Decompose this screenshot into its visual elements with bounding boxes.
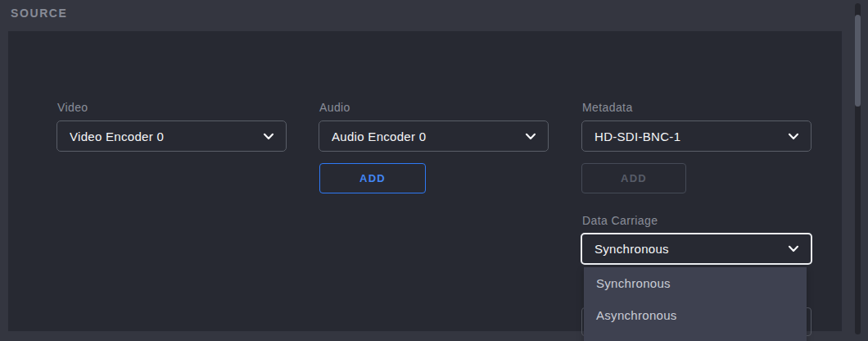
data-carriage-dropdown-menu: Synchronous Asynchronous Async with Sync… bbox=[584, 267, 807, 341]
data-carriage-label: Data Carriage bbox=[582, 214, 658, 227]
metadata-source-select-value: HD-SDI-BNC-1 bbox=[594, 130, 788, 143]
video-encoder-select[interactable]: Video Encoder 0 bbox=[57, 120, 287, 152]
data-carriage-select-value: Synchronous bbox=[594, 242, 788, 256]
scrollbar-track[interactable] bbox=[855, 3, 861, 334]
metadata-label: Metadata bbox=[582, 101, 633, 114]
source-settings-screen: SOURCE Video Video Encoder 0 Audio Audio… bbox=[0, 0, 868, 341]
video-encoder-select-value: Video Encoder 0 bbox=[70, 130, 263, 143]
metadata-add-button[interactable]: ADD bbox=[581, 163, 686, 193]
audio-add-button[interactable]: ADD bbox=[319, 163, 426, 193]
audio-encoder-select[interactable]: Audio Encoder 0 bbox=[319, 120, 549, 152]
data-carriage-select[interactable]: Synchronous bbox=[581, 233, 812, 265]
menu-option-async-with-sync-au[interactable]: Async with Sync AU bbox=[584, 331, 807, 341]
chevron-down-icon bbox=[263, 133, 274, 140]
chevron-down-icon bbox=[788, 133, 799, 140]
chevron-down-icon bbox=[788, 245, 799, 252]
menu-option-asynchronous[interactable]: Asynchronous bbox=[584, 299, 807, 331]
scrollbar-thumb[interactable] bbox=[855, 15, 861, 107]
menu-option-synchronous[interactable]: Synchronous bbox=[584, 267, 807, 299]
metadata-source-select[interactable]: HD-SDI-BNC-1 bbox=[581, 120, 811, 152]
audio-encoder-select-value: Audio Encoder 0 bbox=[332, 130, 525, 143]
audio-label: Audio bbox=[319, 101, 350, 114]
source-panel: Video Video Encoder 0 Audio Audio Encode… bbox=[8, 31, 842, 331]
chevron-down-icon bbox=[525, 133, 536, 140]
section-title: SOURCE bbox=[11, 7, 68, 20]
video-label: Video bbox=[57, 101, 88, 114]
